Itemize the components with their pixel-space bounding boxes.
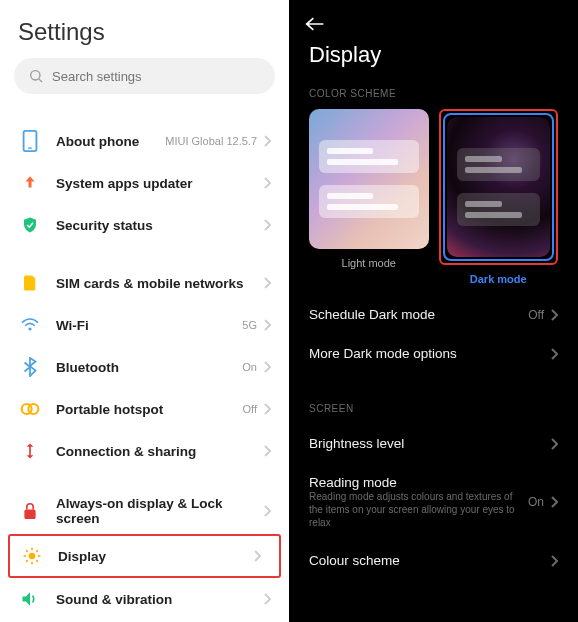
page-title: Display [289, 40, 578, 82]
chevron-right-icon [263, 593, 271, 605]
svg-point-0 [31, 71, 40, 80]
row-label: More Dark mode options [309, 346, 550, 361]
row-about-phone[interactable]: About phone MIUI Global 12.5.7 [0, 120, 289, 162]
row-connection-sharing[interactable]: Connection & sharing [0, 430, 289, 472]
dark-mode-preview [447, 117, 551, 257]
page-title: Settings [0, 18, 289, 58]
display-pane: Display COLOR SCHEME Light mode Dark mod… [289, 0, 578, 622]
svg-rect-3 [28, 147, 32, 148]
light-mode-preview [309, 109, 429, 249]
chevron-right-icon [253, 550, 261, 562]
bluetooth-icon [18, 355, 42, 379]
svg-line-13 [26, 550, 28, 552]
settings-pane: Settings About phone MIUI Global 12.5.7 … [0, 0, 289, 622]
share-icon [18, 439, 42, 463]
sim-icon [18, 271, 42, 295]
search-icon [28, 68, 44, 84]
section-color-scheme: COLOR SCHEME [289, 82, 578, 109]
chevron-right-icon [550, 309, 558, 321]
row-label: About phone [56, 134, 165, 149]
dark-mode-option[interactable]: Dark mode [439, 109, 559, 285]
row-label: Display [58, 549, 253, 564]
search-field[interactable] [52, 69, 261, 84]
row-bluetooth[interactable]: Bluetooth On [0, 346, 289, 388]
chevron-right-icon [263, 319, 271, 331]
chevron-right-icon [263, 361, 271, 373]
row-wifi[interactable]: Wi-Fi 5G [0, 304, 289, 346]
chevron-right-icon [550, 496, 558, 508]
light-mode-option[interactable]: Light mode [309, 109, 429, 285]
row-hotspot[interactable]: Portable hotspot Off [0, 388, 289, 430]
row-value: On [528, 495, 544, 509]
row-label: System apps updater [56, 176, 263, 191]
svg-rect-7 [24, 509, 35, 519]
shield-icon [18, 213, 42, 237]
row-label: Always-on display & Lock screen [56, 496, 263, 526]
row-value: 5G [242, 319, 257, 331]
row-label: Reading mode [309, 475, 528, 490]
chevron-right-icon [263, 445, 271, 457]
row-colour-scheme[interactable]: Colour scheme [289, 541, 578, 580]
chevron-right-icon [550, 348, 558, 360]
chevron-right-icon [263, 219, 271, 231]
color-scheme-selector: Light mode Dark mode [289, 109, 578, 285]
phone-icon [18, 129, 42, 153]
row-always-on-display[interactable]: Always-on display & Lock screen [0, 488, 289, 534]
svg-point-6 [28, 404, 38, 414]
sun-icon [20, 544, 44, 568]
row-label: Sound & vibration [56, 592, 263, 607]
chevron-right-icon [550, 555, 558, 567]
svg-point-8 [29, 553, 36, 560]
row-reading-mode[interactable]: Reading mode Reading mode adjusts colour… [289, 463, 578, 541]
row-security-status[interactable]: Security status [0, 204, 289, 246]
lock-icon [18, 499, 42, 523]
chevron-right-icon [263, 505, 271, 517]
back-button[interactable] [305, 16, 325, 32]
svg-line-14 [36, 560, 38, 562]
row-brightness[interactable]: Brightness level [289, 424, 578, 463]
chevron-right-icon [263, 277, 271, 289]
row-label: Colour scheme [309, 553, 550, 568]
row-label: Schedule Dark mode [309, 307, 528, 322]
row-value: Off [528, 308, 544, 322]
row-system-updater[interactable]: System apps updater [0, 162, 289, 204]
chevron-right-icon [263, 403, 271, 415]
row-label: Security status [56, 218, 263, 233]
light-mode-label: Light mode [342, 257, 396, 269]
svg-line-16 [36, 550, 38, 552]
svg-line-15 [26, 560, 28, 562]
hotspot-icon [18, 397, 42, 421]
row-label: Connection & sharing [56, 444, 263, 459]
svg-point-4 [28, 327, 31, 330]
row-label: Bluetooth [56, 360, 242, 375]
row-value: Off [243, 403, 257, 415]
chevron-right-icon [263, 135, 271, 147]
speaker-icon [18, 587, 42, 611]
row-label: Brightness level [309, 436, 550, 451]
row-value: MIUI Global 12.5.7 [165, 135, 257, 147]
dark-mode-label: Dark mode [470, 273, 527, 285]
row-value: On [242, 361, 257, 373]
row-sim[interactable]: SIM cards & mobile networks [0, 262, 289, 304]
search-input[interactable] [14, 58, 275, 94]
section-screen: SCREEN [289, 397, 578, 424]
row-subtitle: Reading mode adjusts colours and texture… [309, 490, 528, 529]
chevron-right-icon [263, 177, 271, 189]
chevron-right-icon [550, 438, 558, 450]
update-icon [18, 171, 42, 195]
row-label: Portable hotspot [56, 402, 243, 417]
row-label: Wi-Fi [56, 318, 242, 333]
row-sound-vibration[interactable]: Sound & vibration [0, 578, 289, 620]
row-schedule-dark[interactable]: Schedule Dark mode Off [289, 295, 578, 334]
svg-line-1 [39, 79, 42, 82]
wifi-icon [18, 313, 42, 337]
row-display[interactable]: Display [8, 534, 281, 578]
row-label: SIM cards & mobile networks [56, 276, 263, 291]
row-more-dark-options[interactable]: More Dark mode options [289, 334, 578, 373]
